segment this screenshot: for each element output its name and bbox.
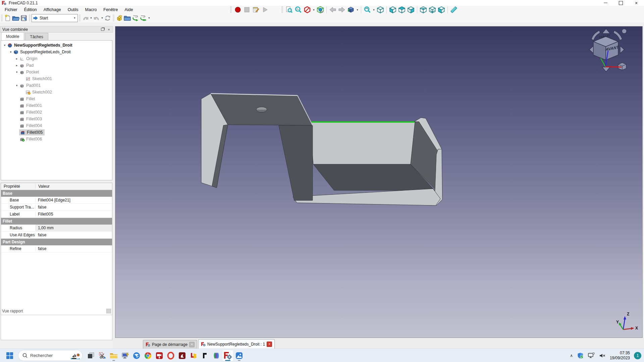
tab-start-page[interactable]: Page de démarrage × <box>143 340 197 349</box>
tab-modele[interactable]: Modèle <box>1 32 24 40</box>
chrome-app-icon[interactable] <box>142 350 154 361</box>
tree-row[interactable]: Fillet003 <box>1 116 112 122</box>
property-row[interactable]: Support Tra... false <box>1 204 112 211</box>
view-front-button[interactable] <box>389 6 397 14</box>
link-dropdown[interactable]: ▾ <box>148 16 151 19</box>
expander-icon[interactable]: ▾ <box>14 70 19 74</box>
expander-icon[interactable]: ▾ <box>8 50 13 54</box>
start-button[interactable] <box>4 350 15 361</box>
opera-app-icon[interactable] <box>165 350 176 361</box>
measure-button[interactable] <box>450 6 458 14</box>
tree-row[interactable]: Fillet004 <box>1 122 112 129</box>
open-button[interactable] <box>12 14 20 22</box>
make-sub-link-button[interactable] <box>140 14 148 22</box>
3d-viewport[interactable]: HAUT AVANT <box>115 26 643 338</box>
menu-outils[interactable]: Outils <box>64 6 82 13</box>
lb-app-icon[interactable] <box>188 350 199 361</box>
mdi-view-mode-button[interactable] <box>347 6 355 14</box>
tree-row-selected[interactable]: Fillet005 <box>1 129 112 136</box>
property-row[interactable]: Refine false <box>1 245 112 252</box>
tree-row[interactable]: ▸ Pad <box>1 62 112 69</box>
photos-app-icon[interactable] <box>233 350 245 361</box>
toolbar-handle[interactable] <box>79 15 80 21</box>
volume-muted-icon[interactable] <box>599 353 606 359</box>
thunderbird-app-icon[interactable] <box>131 350 142 361</box>
menu-fichier[interactable]: Fichier <box>1 6 21 13</box>
property-row[interactable]: Radius 1,00 mm <box>1 225 112 232</box>
workbench-selector[interactable]: Start ▾ <box>32 14 78 22</box>
redo-button[interactable] <box>93 14 101 22</box>
file-explorer-app-icon[interactable] <box>108 350 119 361</box>
view-top-button[interactable] <box>398 6 406 14</box>
view-rear-button[interactable] <box>419 6 427 14</box>
tab-document[interactable]: NewSupportRegletteds_Droit : 1 × <box>198 339 275 349</box>
nav-back-button[interactable] <box>329 6 337 14</box>
greenshot-app-icon[interactable] <box>85 350 97 361</box>
close-button[interactable]: × <box>629 0 644 6</box>
zoom-selection-button[interactable] <box>294 6 302 14</box>
panel-float-icon[interactable] <box>100 27 105 32</box>
tree-row[interactable]: ▾ NewSupportRegletteds_Droit <box>1 42 112 49</box>
menu-macro[interactable]: Macro <box>82 6 100 13</box>
toolbar-handle[interactable] <box>281 6 283 13</box>
tree-row[interactable]: ▾ SupportRegletteLeds_Droit <box>1 49 112 55</box>
draw-style-dropdown[interactable]: ▾ <box>372 8 375 11</box>
view-isometric-button[interactable] <box>376 6 384 14</box>
expander-icon[interactable]: ▸ <box>14 64 19 67</box>
toolbar-handle[interactable] <box>1 15 3 21</box>
create-group-button[interactable] <box>123 14 131 22</box>
tree-row[interactable]: ▸ Origin <box>1 55 112 62</box>
nav-forward-button[interactable] <box>338 6 346 14</box>
tray-chevron-icon[interactable]: ∧ <box>570 353 573 358</box>
tab-close-icon[interactable]: × <box>189 342 195 347</box>
fit-all-button[interactable] <box>285 6 293 14</box>
property-row[interactable]: Use All Edges false <box>1 232 112 239</box>
snipping-tool-app-icon[interactable] <box>97 350 108 361</box>
new-document-button[interactable] <box>4 14 12 22</box>
undo-button[interactable] <box>82 14 90 22</box>
redo-dropdown[interactable]: ▾ <box>101 16 104 19</box>
menu-edition[interactable]: Édition <box>21 6 40 13</box>
navigation-cube[interactable]: HAUT AVANT <box>587 27 628 75</box>
clipping-dropdown[interactable]: ▾ <box>312 8 315 11</box>
taskbar-clock[interactable]: 07:35 19/09/2023 <box>610 351 630 361</box>
tree-row[interactable]: Fillet002 <box>1 109 112 116</box>
search-input[interactable]: Rechercher <box>18 350 83 361</box>
make-link-button[interactable] <box>131 14 140 22</box>
media-bars-app-icon[interactable] <box>211 350 222 361</box>
report-close-icon[interactable] <box>106 309 111 313</box>
tree-row[interactable]: Sketch001 <box>1 75 112 82</box>
minimize-button[interactable] <box>598 0 613 6</box>
undo-dropdown[interactable]: ▾ <box>90 16 93 19</box>
knight-app-icon[interactable] <box>176 350 188 361</box>
property-row[interactable]: Base Fillet004 [Edge21] <box>1 197 112 204</box>
security-shield-icon[interactable] <box>577 352 584 359</box>
video-downloader-app-icon[interactable] <box>154 350 165 361</box>
view-right-button[interactable] <box>407 6 415 14</box>
clipping-plane-button[interactable] <box>303 6 311 14</box>
network-icon[interactable] <box>588 353 595 359</box>
menu-aide[interactable]: Aide <box>121 6 136 13</box>
tab-close-icon[interactable]: × <box>267 342 272 347</box>
view-left-button[interactable] <box>437 6 445 14</box>
expander-icon[interactable]: ▾ <box>14 84 19 87</box>
menu-affichage[interactable]: Affichage <box>40 6 64 13</box>
maximize-button[interactable] <box>613 0 629 6</box>
macro-stop-button[interactable] <box>243 6 251 14</box>
expander-icon[interactable]: ▾ <box>2 44 7 47</box>
macro-record-button[interactable] <box>234 6 242 14</box>
property-row[interactable]: Label Fillet005 <box>1 211 112 218</box>
tab-taches[interactable]: Tâches <box>25 33 48 40</box>
macro-play-button[interactable] <box>261 6 269 14</box>
toolbar-handle[interactable] <box>113 15 114 21</box>
toolbar-handle[interactable] <box>29 15 31 21</box>
draw-style-button[interactable] <box>363 6 371 14</box>
tree-row[interactable]: ▾ Pocket <box>1 69 112 75</box>
tree-row[interactable]: Sketch002 <box>1 89 112 96</box>
macro-edit-button[interactable] <box>252 6 260 14</box>
menu-fenetre[interactable]: Fenêtre <box>100 6 121 13</box>
sync-view-button[interactable] <box>316 6 324 14</box>
create-part-button[interactable] <box>115 14 123 22</box>
tree-row[interactable]: Fillet <box>1 96 112 102</box>
tree-row[interactable]: Fillet006 <box>1 136 112 142</box>
